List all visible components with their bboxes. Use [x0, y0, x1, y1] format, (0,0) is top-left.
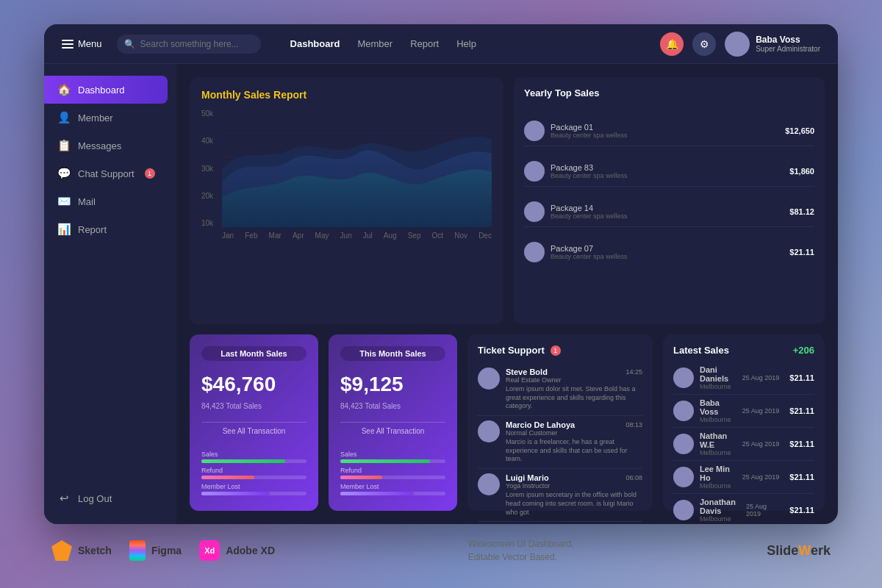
sidebar-item-report[interactable]: 📊 Report: [44, 215, 176, 243]
sidebar-item-messages[interactable]: 📋 Messages: [44, 132, 176, 159]
sale-avatar-4: [524, 242, 545, 262]
latest-info-4: Lee Min Ho Melbourne: [700, 465, 732, 490]
nav-dashboard[interactable]: Dashboard: [290, 38, 340, 49]
sidebar-label-report: Report: [78, 224, 107, 235]
ticket-role-3: Yoga Instructor: [506, 482, 642, 490]
xd-label: Adobe XD: [226, 545, 275, 556]
chart-svg: [222, 110, 492, 227]
sidebar-item-chat-support[interactable]: 💬 Chat Support 1: [44, 159, 176, 187]
ticket-time-2: 08:13: [625, 421, 642, 429]
latest-date-5: 25 Aug 2019: [746, 503, 779, 517]
latest-item-5: Jonathan Davis Melbourne 25 Aug 2019 $21…: [673, 494, 814, 524]
latest-loc-4: Melbourne: [700, 482, 732, 490]
sidebar-label-mail: Mail: [78, 196, 96, 207]
sidebar-item-mail[interactable]: ✉️ Mail: [44, 187, 176, 215]
yearly-top-sales-card: Yearly Top Sales Package 01 Beauty cente…: [514, 77, 825, 324]
logout-button[interactable]: ↩ Log Out: [44, 484, 176, 512]
latest-date-1: 25 Aug 2019: [742, 374, 780, 381]
chart-title: Monthly Sales Report: [201, 89, 492, 101]
sale-amount-1: $12,650: [785, 126, 814, 135]
dashboard-container: Menu 🔍 Dashboard Member Report Help 🔔 ⚙ …: [44, 24, 838, 524]
last-month-memberlost-bar: Member Lost: [201, 483, 306, 495]
ticket-time-3: 06:08: [625, 474, 642, 481]
xd-logo: Xd Adobe XD: [199, 540, 275, 561]
ticket-name-1: Steve Bold: [506, 368, 548, 376]
top-sale-item-3: Package 14 Beauty center spa welless $81…: [524, 197, 814, 227]
sale-amount-3: $81.12: [789, 207, 814, 216]
sale-desc-4: Beauty center spa welless: [551, 253, 784, 260]
member-icon: 👤: [57, 111, 71, 124]
ticket-time-1: 14:25: [625, 368, 642, 376]
user-profile-button[interactable]: Baba Voss Super Administrator: [725, 32, 820, 57]
last-month-progress: Sales Refund Member Lost: [201, 451, 306, 499]
see-all-ticket-link[interactable]: See All Ticket: [478, 522, 642, 524]
messages-icon: 📋: [57, 139, 71, 152]
menu-label: Menu: [78, 38, 102, 49]
chat-badge: 1: [145, 168, 155, 179]
sidebar-item-dashboard[interactable]: 🏠 Dashboard: [44, 76, 168, 104]
sidebar-item-member[interactable]: 👤 Member: [44, 104, 176, 132]
latest-amount-1: $21.11: [789, 373, 814, 382]
content-area: Monthly Sales Report 50k 40k 30k 20k 10k: [176, 64, 838, 524]
user-name: Baba Voss: [756, 35, 820, 45]
ticket-msg-1: Lorem ipsum dolor sit met. Steve Bold ha…: [506, 385, 642, 411]
sale-name-2: Package 83: [551, 163, 784, 172]
latest-loc-5: Melbourne: [700, 515, 736, 523]
latest-item-3: Nathan W.E Melbourne 25 Aug 2019 $21.11: [673, 428, 814, 461]
last-month-refund-bar: Refund: [201, 467, 306, 479]
sidebar-label-member: Member: [78, 112, 113, 123]
latest-amount-4: $21.11: [789, 473, 814, 481]
sale-info-2: Package 83 Beauty center spa welless: [551, 163, 784, 179]
latest-amount-3: $21.11: [789, 440, 814, 448]
latest-info-1: Dani Daniels Melbourne: [700, 365, 732, 390]
brand-logo: SlideWerk: [767, 543, 831, 559]
last-month-sub: 84,423 Total Sales: [201, 402, 306, 410]
nav-member[interactable]: Member: [357, 38, 392, 49]
ticket-role-2: Normal Customer: [506, 429, 642, 437]
latest-item-1: Dani Daniels Melbourne 25 Aug 2019 $21.1…: [673, 362, 814, 395]
home-icon: 🏠: [57, 83, 71, 96]
latest-name-2: Baba Voss: [700, 398, 732, 416]
top-row: Monthly Sales Report 50k 40k 30k 20k 10k: [190, 77, 825, 324]
menu-button[interactable]: Menu: [62, 38, 102, 49]
sale-amount-4: $21.11: [789, 248, 814, 257]
chart-area: 50k 40k 30k 20k 10k: [201, 110, 492, 227]
latest-info-5: Jonathan Davis Melbourne: [700, 498, 736, 523]
sale-avatar-3: [524, 201, 545, 222]
ticket-header: Ticket Support 1: [478, 345, 642, 356]
sale-desc-1: Beauty center spa welless: [551, 132, 779, 139]
sale-amount-2: $1,860: [789, 167, 814, 176]
notification-button[interactable]: 🔔: [660, 32, 684, 56]
latest-info-2: Baba Voss Melbourne: [700, 398, 732, 423]
sidebar-logout-label: Log Out: [78, 493, 112, 504]
this-month-memberlost-bar: Member Lost: [340, 483, 445, 495]
ticket-badge: 1: [551, 345, 561, 356]
sale-desc-2: Beauty center spa welless: [551, 172, 784, 179]
ticket-info-1: Steve Bold 14:25 Real Estate Owner Lorem…: [506, 368, 642, 411]
ticket-avatar-2: [478, 420, 500, 442]
nav-help[interactable]: Help: [456, 38, 476, 49]
nav-links: Dashboard Member Report Help: [290, 38, 646, 49]
ticket-item-3: Luigi Mario 06:08 Yoga Instructor Lorem …: [478, 469, 642, 522]
settings-button[interactable]: ⚙: [692, 32, 716, 56]
mail-icon: ✉️: [57, 195, 71, 208]
sale-name-3: Package 14: [551, 204, 784, 212]
latest-avatar-4: [673, 467, 694, 487]
sale-info-3: Package 14 Beauty center spa welless: [551, 204, 784, 220]
this-month-title: This Month Sales: [340, 346, 445, 361]
sketch-label: Sketch: [78, 545, 112, 556]
hamburger-icon: [62, 40, 74, 49]
sale-name-1: Package 01: [551, 123, 779, 132]
nav-report[interactable]: Report: [410, 38, 439, 49]
figma-logo: Figma: [129, 540, 182, 561]
search-input[interactable]: [117, 35, 261, 54]
latest-name-1: Dani Daniels: [700, 365, 732, 383]
latest-info-3: Nathan W.E Melbourne: [700, 431, 732, 456]
top-sale-item-4: Package 07 Beauty center spa welless $21…: [524, 237, 814, 267]
this-month-see-all[interactable]: See All Transaction: [340, 427, 445, 435]
last-month-title: Last Month Sales: [201, 346, 306, 361]
latest-name-4: Lee Min Ho: [700, 465, 732, 482]
user-info: Baba Voss Super Administrator: [756, 35, 820, 53]
footer-logos: Sketch Figma Xd Adobe XD: [51, 540, 275, 561]
last-month-see-all[interactable]: See All Transaction: [201, 427, 306, 435]
